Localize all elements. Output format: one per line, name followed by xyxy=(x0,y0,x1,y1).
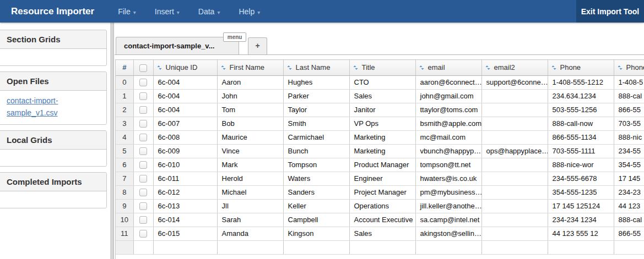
grid-cell[interactable] xyxy=(548,240,614,254)
grid-cell[interactable]: Account Executive xyxy=(349,213,415,227)
menu-help[interactable]: Help▾ xyxy=(229,7,269,16)
grid-cell[interactable]: Amanda xyxy=(217,227,283,240)
grid-cell[interactable]: ttaylor@toms.com xyxy=(415,103,481,117)
grid-cell[interactable]: VP Ops xyxy=(349,117,415,130)
grid-cell[interactable]: Hughes xyxy=(283,75,349,89)
grid-cell[interactable]: pm@mybusiness… xyxy=(415,185,481,199)
grid-cell[interactable] xyxy=(415,240,481,254)
grid-cell[interactable]: 6c-004 xyxy=(153,89,217,103)
grid-cell[interactable]: John xyxy=(217,89,283,103)
grid-cell[interactable]: aaron@6connect… xyxy=(415,75,481,89)
grid-cell[interactable]: 6c-015 xyxy=(153,227,217,240)
column-header-unique_id[interactable]: Unique ID xyxy=(153,60,217,76)
exit-import-tool-button[interactable]: Exit Import Tool xyxy=(576,0,644,23)
menu-file[interactable]: File▾ xyxy=(109,7,145,16)
row-checkbox[interactable] xyxy=(139,230,147,238)
grid-cell[interactable]: Smith xyxy=(283,117,349,130)
column-header-first_name[interactable]: First Name xyxy=(217,60,283,76)
row-checkbox[interactable] xyxy=(139,79,147,86)
grid-cell[interactable] xyxy=(481,227,548,240)
local-grids-header[interactable]: Local Grids xyxy=(0,131,106,150)
grid-cell[interactable]: Kingson xyxy=(283,227,349,240)
completed-imports-header[interactable]: Completed Imports xyxy=(0,173,106,191)
grid-cell[interactable]: Maurice xyxy=(217,130,283,144)
grid-cell[interactable]: Jll xyxy=(217,199,283,213)
grid-cell[interactable]: Sarah xyxy=(217,213,283,227)
grid-cell[interactable]: Tom xyxy=(217,103,283,117)
grid-cell[interactable]: Aaron xyxy=(217,75,283,89)
grid-cell[interactable]: Marketing xyxy=(349,144,415,158)
grid-cell[interactable] xyxy=(481,199,548,213)
grid-cell[interactable]: support@6conne… xyxy=(481,75,548,89)
row-checkbox[interactable] xyxy=(139,134,147,141)
row-checkbox[interactable] xyxy=(139,175,147,183)
grid-cell[interactable]: 888-cal xyxy=(614,89,644,103)
tab-active-file[interactable]: contact-import-sample_v... menu xyxy=(116,37,239,54)
grid-cell[interactable]: jill.keller@anothe… xyxy=(415,199,481,213)
grid-cell[interactable]: tompson@tt.net xyxy=(415,158,481,172)
column-header-email[interactable]: email xyxy=(415,60,481,76)
grid-cell[interactable]: Bob xyxy=(217,117,283,130)
grid-cell[interactable]: 888-nic xyxy=(614,130,644,144)
row-checkbox[interactable] xyxy=(139,189,147,196)
grid-cell[interactable]: Product Manager xyxy=(349,158,415,172)
row-checkbox[interactable] xyxy=(139,92,147,100)
grid-cell[interactable] xyxy=(481,240,548,254)
grid-cell[interactable]: bsmith@apple.com xyxy=(415,117,481,130)
grid-cell[interactable]: 6c-004 xyxy=(153,103,217,117)
grid-cell[interactable]: 866-555-1134 xyxy=(548,130,614,144)
grid-cell[interactable]: 703-555-1111 xyxy=(548,144,614,158)
grid-cell[interactable] xyxy=(481,117,548,130)
grid-cell[interactable]: 6c-014 xyxy=(153,213,217,227)
grid-cell[interactable] xyxy=(614,240,644,254)
grid-cell[interactable]: 234-55 xyxy=(614,144,644,158)
grid-cell[interactable]: Engineer xyxy=(349,172,415,185)
grid-cell[interactable]: Sales xyxy=(349,227,415,240)
grid-cell[interactable]: 234.634.1234 xyxy=(548,89,614,103)
grid-cell[interactable]: Operations xyxy=(349,199,415,213)
row-checkbox[interactable] xyxy=(139,161,147,169)
grid-cell[interactable]: 1-408-5 xyxy=(614,75,644,89)
grid-cell[interactable]: 234-234 1234 xyxy=(548,213,614,227)
grid-cell[interactable]: 6c-010 xyxy=(153,158,217,172)
row-checkbox[interactable] xyxy=(139,120,147,128)
grid-cell[interactable]: 6c-011 xyxy=(153,172,217,185)
grid-cell[interactable]: Marketing xyxy=(349,130,415,144)
grid-cell[interactable]: 866-55 xyxy=(614,103,644,117)
grid-cell[interactable]: john@gmail.com xyxy=(415,89,481,103)
column-header-phone[interactable]: Phone xyxy=(548,60,614,76)
grid-cell[interactable]: 354-55 xyxy=(614,158,644,172)
row-checkbox[interactable] xyxy=(139,147,147,155)
grid-cell[interactable]: 6c-008 xyxy=(153,130,217,144)
grid-cell[interactable]: Herold xyxy=(217,172,283,185)
grid-cell[interactable]: Parker xyxy=(283,89,349,103)
grid-cell[interactable] xyxy=(481,158,548,172)
grid-cell[interactable]: 6c-009 xyxy=(153,144,217,158)
grid-cell[interactable]: Carmichael xyxy=(283,130,349,144)
grid-cell[interactable]: Vince xyxy=(217,144,283,158)
grid-cell[interactable]: 1-408-555-1212 xyxy=(548,75,614,89)
grid-cell[interactable]: 17 145 125124 xyxy=(548,199,614,213)
grid-cell[interactable]: 44 123 xyxy=(614,199,644,213)
grid-cell[interactable] xyxy=(481,185,548,199)
grid-cell[interactable] xyxy=(481,103,548,117)
grid-cell[interactable]: Sanders xyxy=(283,185,349,199)
grid-cell[interactable] xyxy=(133,240,153,254)
section-grids-header[interactable]: Section Grids xyxy=(0,30,106,49)
add-tab-button[interactable]: + xyxy=(248,37,267,54)
grid-cell[interactable]: hwaters@is.co.uk xyxy=(415,172,481,185)
grid-cell[interactable] xyxy=(481,172,548,185)
column-header-last_name[interactable]: Last Name xyxy=(283,60,349,76)
grid-cell[interactable] xyxy=(481,130,548,144)
grid-cell[interactable]: 503-555-1256 xyxy=(548,103,614,117)
grid-cell[interactable]: Janitor xyxy=(349,103,415,117)
grid-cell[interactable] xyxy=(481,213,548,227)
grid-cell[interactable]: 234-23 xyxy=(614,185,644,199)
column-header-index[interactable]: # xyxy=(116,60,133,76)
grid-cell[interactable]: mc@mail.com xyxy=(415,130,481,144)
grid-cell[interactable]: 354-555-1235 xyxy=(548,185,614,199)
grid-cell[interactable] xyxy=(153,240,217,254)
grid-cell[interactable]: 234-555-6678 xyxy=(548,172,614,185)
grid-cell[interactable]: akingston@sellin… xyxy=(415,227,481,240)
column-header-select[interactable] xyxy=(133,60,153,76)
